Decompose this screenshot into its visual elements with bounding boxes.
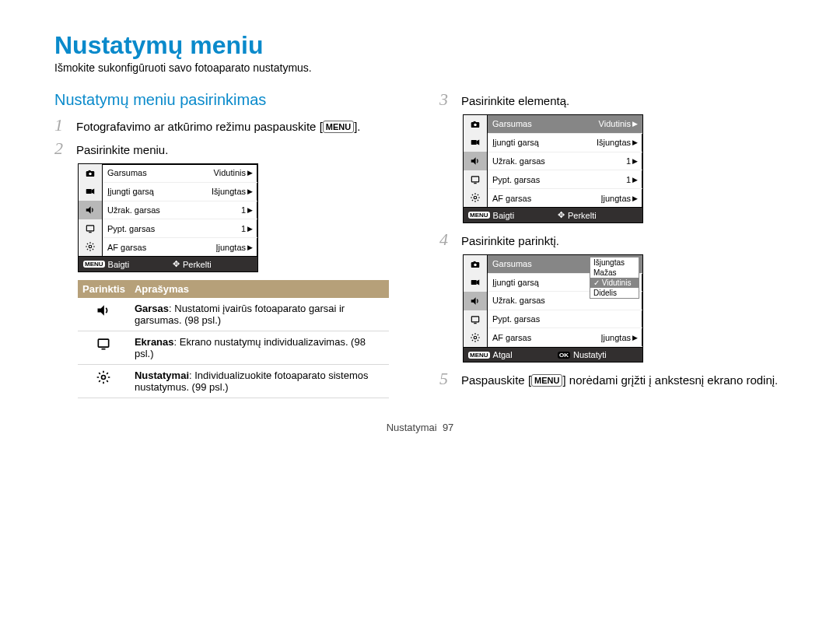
options-table: Parinktis Aprašymas Garsas: Nustatomi įv…: [78, 280, 389, 398]
sound-icon: [464, 292, 487, 310]
display-icon: [78, 331, 130, 365]
menu-chip-icon: MENU: [468, 212, 490, 219]
svg-rect-6: [86, 225, 93, 230]
opt-name: Nustatymai: [135, 370, 189, 381]
ok-chip-icon: OK: [558, 352, 570, 359]
screen-sidebar: [79, 164, 103, 256]
svg-rect-19: [471, 176, 478, 181]
svg-rect-20: [474, 183, 477, 184]
svg-rect-25: [471, 280, 477, 285]
menu-chip: MENU: [531, 374, 562, 387]
svg-marker-9: [98, 305, 104, 315]
sound-icon: [79, 201, 102, 219]
step3-text: Pasirinkite elementą.: [461, 91, 786, 108]
th-option: Parinktis: [78, 280, 130, 298]
svg-marker-18: [471, 157, 476, 164]
sound-icon: [78, 298, 130, 331]
step5-text-a: Paspauskite [: [461, 373, 531, 387]
video-icon: [464, 134, 487, 152]
camera-screen-menu: GarsumasVidutinis▶ Įjungti garsąIšjungta…: [78, 163, 258, 272]
step-number: 1: [54, 117, 68, 134]
step-4: 4 Pasirinkite parinktį.: [439, 231, 786, 248]
subheading: Nustatymų meniu pasirinkimas: [54, 91, 401, 109]
dropdown-item: Išjungtas: [590, 257, 639, 268]
gear-icon: [464, 188, 487, 207]
svg-point-8: [89, 245, 92, 248]
svg-rect-24: [474, 261, 476, 263]
dropdown-open: Išjungtas Mažas Vidutinis Didelis: [590, 257, 639, 299]
camera-icon: [464, 115, 487, 134]
step1-text-b: ].: [354, 120, 360, 133]
opt-name: Ekranas: [135, 336, 174, 348]
footer-exit: Baigti: [108, 260, 130, 269]
menu-chip-icon: MENU: [468, 352, 490, 359]
footer-move: Perkelti: [568, 211, 597, 220]
page-footer: Nustatymai 97: [54, 422, 786, 433]
display-icon: [464, 170, 487, 189]
svg-marker-27: [471, 297, 476, 304]
video-icon: [464, 274, 487, 292]
step1-text-a: Fotografavimo ar atkūrimo režimu paspaus…: [76, 120, 323, 133]
dropdown-item: Didelis: [590, 288, 639, 298]
gear-icon: [464, 328, 487, 347]
svg-point-23: [474, 264, 477, 267]
page-title: Nustatymų meniu: [54, 31, 786, 60]
svg-rect-7: [89, 232, 92, 233]
sound-icon: [464, 152, 487, 170]
step-number: 5: [439, 370, 453, 387]
step-3: 3 Pasirinkite elementą.: [439, 91, 786, 108]
menu-chip: MENU: [323, 121, 354, 133]
svg-marker-26: [477, 280, 480, 285]
svg-rect-10: [99, 339, 109, 347]
footer-exit: Baigti: [493, 211, 515, 220]
menu-row: Užrak. garsas1▶: [488, 152, 642, 171]
svg-marker-5: [86, 206, 91, 213]
menu-row: Užrak. garsas1▶: [103, 201, 257, 220]
step-1: 1 Fotografavimo ar atkūrimo režimu paspa…: [54, 117, 401, 134]
step-number: 3: [439, 91, 453, 108]
video-icon: [79, 183, 102, 201]
table-row: Garsas: Nustatomi įvairūs fotoaparato ga…: [78, 298, 389, 331]
step-2: 2 Pasirinkite meniu.: [54, 140, 401, 157]
menu-row: Pypt. garsas1▶: [488, 170, 642, 189]
dropdown-item-selected: Vidutinis: [590, 278, 639, 288]
nav-icon: ✥: [173, 259, 180, 269]
menu-row: Pypt. garsas1▶: [103, 219, 257, 238]
menu-row: AF garsasĮjungtas▶: [488, 328, 642, 347]
svg-marker-17: [477, 140, 480, 145]
step-number: 2: [54, 140, 68, 157]
camera-screen-option: Garsumas Įjungti garsą Užrak. garsas Pyp…: [463, 254, 643, 363]
svg-rect-15: [474, 121, 476, 123]
dropdown-item: Mažas: [590, 268, 639, 278]
menu-row: Įjungti garsąIšjungtas▶: [103, 183, 257, 201]
step5-text-b: ] norėdami grįžti į ankstesnį ekrano rod…: [562, 373, 778, 387]
table-row: Nustatymai: Individualizuokite fotoapara…: [78, 365, 389, 398]
menu-row: AF garsasĮjungtas▶: [488, 189, 642, 207]
svg-point-30: [474, 336, 477, 339]
menu-row: AF garsasĮjungtas▶: [103, 238, 257, 256]
menu-row: Įjungti garsąIšjungtas▶: [488, 134, 642, 152]
camera-icon: [79, 164, 102, 183]
svg-marker-4: [92, 189, 95, 194]
svg-rect-2: [89, 170, 91, 172]
step4-text: Pasirinkite parinktį.: [461, 231, 786, 248]
footer-set: Nustatyti: [573, 350, 607, 359]
camera-icon: [464, 255, 487, 274]
gear-icon: [79, 237, 102, 256]
step-5: 5 Paspauskite [MENU] norėdami grįžti į a…: [439, 370, 786, 387]
display-icon: [79, 219, 102, 238]
intro-text: Išmokite sukonfigūruoti savo fotoaparato…: [54, 61, 786, 74]
camera-screen-element: GarsumasVidutinis▶ Įjungti garsąIšjungta…: [463, 114, 643, 223]
step-number: 4: [439, 231, 453, 248]
svg-point-1: [89, 173, 92, 176]
menu-row-selected: GarsumasVidutinis▶: [488, 115, 642, 134]
footer-move: Perkelti: [183, 260, 212, 269]
svg-rect-29: [474, 323, 477, 324]
svg-rect-3: [86, 189, 92, 194]
svg-rect-16: [471, 140, 477, 145]
footer-back: Atgal: [493, 350, 513, 359]
svg-point-21: [474, 196, 477, 199]
svg-point-14: [474, 124, 477, 127]
svg-rect-28: [471, 316, 478, 321]
step2-text: Pasirinkite meniu.: [76, 140, 401, 157]
